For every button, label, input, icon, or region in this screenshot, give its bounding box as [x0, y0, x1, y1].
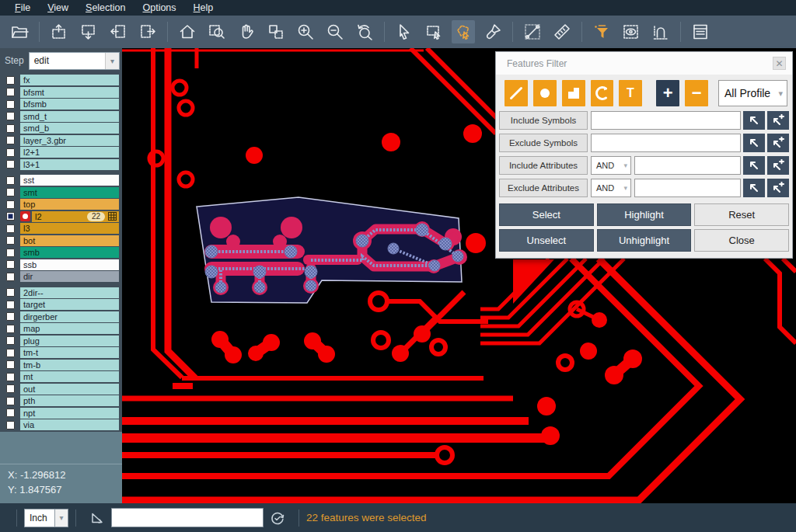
menu-selection[interactable]: Selection	[77, 2, 134, 13]
dialog-title-bar[interactable]: Features Filter ✕	[496, 52, 792, 75]
layer-visibility-checkbox[interactable]	[6, 212, 15, 221]
layer-visibility-checkbox[interactable]	[6, 397, 15, 405]
layer-visibility-checkbox[interactable]	[6, 421, 15, 429]
layer-visibility-checkbox[interactable]	[6, 148, 15, 157]
zoom-in-icon[interactable]	[294, 20, 317, 43]
select-rectangle-icon[interactable]	[422, 20, 445, 43]
layer-row[interactable]: bot	[0, 235, 122, 246]
layer-visibility-checkbox[interactable]	[6, 124, 15, 133]
layer-name[interactable]: layer_3.gbr	[20, 135, 119, 146]
pick-symbol-icon[interactable]	[743, 111, 765, 130]
exclude-attributes-operator-dropdown[interactable]: AND▾	[591, 179, 631, 197]
profile-dropdown[interactable]: All Profile ▾	[718, 80, 787, 106]
layer-visibility-checkbox[interactable]	[6, 360, 15, 369]
menu-file[interactable]: File	[6, 2, 39, 13]
layer-visibility-checkbox[interactable]	[6, 249, 15, 257]
layer-visibility-checkbox[interactable]	[6, 176, 15, 185]
close-icon[interactable]: ✕	[773, 57, 786, 70]
filter-surface-button[interactable]	[562, 80, 585, 106]
home-view-icon[interactable]	[176, 20, 199, 43]
layer-name[interactable]: via	[20, 419, 119, 430]
layer-visibility-checkbox[interactable]	[6, 373, 15, 381]
layer-row[interactable]: ssb	[0, 259, 122, 270]
filter-pad-button[interactable]	[533, 80, 557, 106]
layer-row[interactable]: dir	[0, 271, 122, 282]
layer-row[interactable]: layer_3.gbr	[0, 135, 122, 146]
pick-add-attribute-icon[interactable]	[767, 156, 789, 175]
pick-symbol-icon[interactable]	[743, 134, 765, 152]
layer-name[interactable]: smd_t	[20, 111, 119, 122]
layer-row[interactable]: map	[0, 323, 122, 334]
sync-check-icon[interactable]	[270, 510, 285, 526]
pick-attribute-icon[interactable]	[743, 179, 765, 197]
view-filter-icon[interactable]	[620, 20, 643, 43]
layer-row[interactable]: bfsmt	[0, 87, 122, 98]
snap-path-icon[interactable]	[649, 20, 672, 43]
layer-row[interactable]: pth	[0, 395, 122, 406]
layer-visibility-checkbox[interactable]	[6, 336, 15, 345]
layer-name[interactable]: dir	[20, 271, 119, 282]
layer-row[interactable]: smd_t	[0, 111, 122, 122]
include-attributes-operator-dropdown[interactable]: AND▾	[591, 156, 631, 175]
layer-row[interactable]: plug	[0, 336, 122, 346]
exclude-symbols-button[interactable]: Exclude Symbols	[499, 134, 588, 152]
layer-name[interactable]: smt	[20, 187, 119, 198]
layer-name[interactable]: smb	[20, 247, 119, 258]
pcb-viewport[interactable]: Features Filter ✕ T + − All Profile ▾	[122, 48, 796, 503]
layer-name[interactable]: mt	[20, 371, 119, 382]
layer-row[interactable]: dirgerber	[0, 311, 122, 322]
unselect-button[interactable]: Unselect	[499, 229, 594, 252]
layer-name[interactable]: 2dir--	[20, 287, 119, 298]
layer-name[interactable]: bot	[20, 235, 119, 246]
close-button[interactable]: Close	[694, 229, 789, 252]
exclude-symbols-input[interactable]	[591, 134, 741, 152]
layer-name[interactable]: plug	[20, 336, 119, 346]
layer-visibility-checkbox[interactable]	[6, 160, 15, 169]
zoom-out-icon[interactable]	[323, 20, 347, 43]
layer-visibility-checkbox[interactable]	[6, 88, 15, 96]
layer-name[interactable]: smd_b	[20, 123, 119, 134]
layer-visibility-checkbox[interactable]	[6, 112, 15, 120]
layer-row[interactable]: 2dir--	[0, 287, 122, 298]
layer-visibility-checkbox[interactable]	[6, 136, 15, 144]
layer-name[interactable]: dirgerber	[20, 311, 119, 322]
pick-attribute-icon[interactable]	[743, 156, 765, 175]
layer-visibility-checkbox[interactable]	[6, 384, 15, 393]
move-view-down-icon[interactable]	[77, 20, 100, 43]
ruler-icon[interactable]	[550, 20, 574, 43]
layer-visibility-checkbox[interactable]	[6, 325, 15, 333]
pan-hand-icon[interactable]	[235, 20, 258, 43]
menu-help[interactable]: Help	[185, 2, 222, 13]
layer-name[interactable]: bfsmt	[20, 87, 119, 98]
exclude-attributes-button[interactable]: Exclude Attributes	[499, 179, 588, 197]
layer-visibility-checkbox[interactable]	[6, 273, 15, 281]
layer-name[interactable]: npt	[20, 408, 119, 419]
layer-row[interactable]: l3+1	[0, 159, 122, 170]
layer-row[interactable]: sst	[0, 175, 122, 186]
layer-row[interactable]: l2+1	[0, 147, 122, 158]
layer-row[interactable]: top	[0, 199, 122, 210]
layer-visibility-checkbox[interactable]	[6, 260, 15, 269]
layer-visibility-checkbox[interactable]	[6, 76, 15, 85]
layer-row[interactable]: via	[0, 419, 122, 430]
layer-name[interactable]: out	[20, 384, 119, 395]
move-view-right-icon[interactable]	[136, 20, 159, 43]
layer-name[interactable]: bfsmb	[20, 99, 119, 110]
open-project-icon[interactable]	[8, 20, 31, 43]
include-symbols-input[interactable]	[591, 111, 741, 130]
reset-button[interactable]: Reset	[694, 203, 789, 226]
layer-visibility-checkbox[interactable]	[6, 100, 15, 109]
layer-row[interactable]: mt	[0, 371, 122, 382]
layer-name[interactable]: fx	[20, 75, 119, 85]
zoom-previous-icon[interactable]	[353, 20, 376, 43]
layer-name[interactable]: l3	[20, 223, 119, 234]
pick-add-symbol-icon[interactable]	[767, 111, 789, 130]
layer-visibility-checkbox[interactable]	[6, 409, 15, 417]
layer-row[interactable]: tm-t	[0, 347, 122, 358]
layer-row[interactable]: out	[0, 384, 122, 395]
layer-name[interactable]: target	[20, 299, 119, 310]
menu-view[interactable]: View	[39, 2, 77, 13]
layer-visibility-checkbox[interactable]	[6, 288, 15, 297]
include-attributes-button[interactable]: Include Attributes	[499, 156, 588, 175]
layer-name[interactable]: ssb	[20, 259, 119, 270]
